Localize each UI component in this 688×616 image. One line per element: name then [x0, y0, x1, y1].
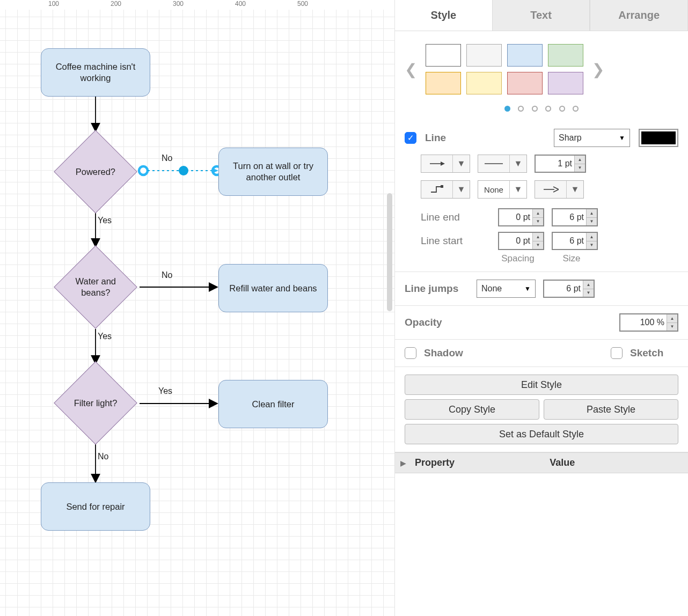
waypoint-value: None	[478, 181, 509, 198]
opacity-label: Opacity	[405, 317, 612, 328]
chevron-down-icon[interactable]: ▼	[452, 181, 470, 198]
connector-routing-style[interactable]: ▼	[421, 180, 470, 199]
line-jumps-label: Line jumps	[405, 283, 469, 295]
step-down[interactable]: ▼	[575, 164, 585, 172]
stroke-width-input[interactable]: 1 pt ▲▼	[535, 155, 586, 173]
ruler-tick: 200	[111, 0, 121, 8]
chevron-down-icon[interactable]: ▼	[566, 181, 583, 198]
node-start[interactable]: Coffee machine isn't working	[41, 48, 150, 97]
edge-label-filter-no[interactable]: No	[98, 452, 108, 461]
ruler-tick: 400	[235, 0, 246, 8]
set-default-style-button[interactable]: Set as Default Style	[405, 424, 678, 444]
svg-point-8	[179, 166, 188, 175]
node-powered[interactable]: Powered?	[54, 130, 137, 214]
node-clean-filter[interactable]: Clean filter	[218, 380, 328, 428]
effects-section: Shadow Sketch	[395, 340, 688, 367]
style-buttons-section: Edit Style Copy Style Paste Style Set as…	[395, 367, 688, 452]
waypoint-style[interactable]: None ▼	[478, 180, 527, 199]
line-start-size-input[interactable]: 6 pt ▲▼	[552, 232, 598, 250]
line-jumps-section: Line jumps None ▼ 6 pt ▲▼	[395, 272, 688, 306]
property-table-header: ▶ Property Value	[395, 452, 688, 473]
node-label: Clean filter	[252, 399, 295, 410]
tab-style[interactable]: Style	[395, 0, 492, 31]
chevron-right-icon[interactable]: ❯	[592, 61, 604, 78]
shadow-label: Shadow	[424, 347, 463, 359]
line-jumps-size-input[interactable]: 6 pt ▲▼	[543, 280, 595, 298]
node-label: Powered?	[76, 166, 115, 178]
line-style-value: Sharp	[559, 133, 582, 143]
line-end-size-input[interactable]: 6 pt ▲▼	[552, 208, 598, 226]
size-axis-label: Size	[548, 253, 595, 264]
horizontal-ruler: 100 200 300 400 500	[0, 0, 394, 10]
node-label: Refill water and beans	[229, 283, 317, 294]
chevron-down-icon[interactable]: ▼	[509, 181, 526, 198]
swatch[interactable]	[507, 72, 543, 94]
sketch-checkbox[interactable]	[611, 347, 623, 359]
swatch[interactable]	[548, 44, 583, 67]
line-label: Line	[425, 132, 446, 144]
connection-end-style[interactable]: ▼	[535, 180, 584, 199]
line-checkbox[interactable]: ✓	[405, 132, 416, 144]
node-send-repair[interactable]: Send for repair	[41, 482, 150, 531]
page-dot[interactable]	[573, 106, 579, 112]
page-dot[interactable]	[532, 106, 538, 112]
node-wall-outlet[interactable]: Turn on at wall or try another outlet	[218, 148, 328, 196]
format-panel: Style Text Arrange ❮ ❯	[394, 0, 688, 616]
swatch[interactable]	[426, 72, 461, 94]
opacity-input[interactable]: 100 % ▲▼	[619, 313, 678, 332]
node-label: Turn on at wall or try another outlet	[224, 160, 322, 182]
page-dot[interactable]	[504, 106, 510, 112]
node-filter-light[interactable]: Filter light?	[54, 361, 137, 445]
diagram-canvas[interactable]: 100 200 300 400 500 Coffee machine isn't	[0, 0, 394, 616]
edge-label-filter-yes[interactable]: Yes	[158, 386, 172, 396]
color-swatch-grid	[426, 44, 583, 94]
edge-label-water-no[interactable]: No	[162, 270, 172, 280]
line-start-spacing-input[interactable]: 0 pt ▲▼	[498, 232, 544, 250]
line-color-picker[interactable]	[639, 129, 678, 147]
node-water-beans[interactable]: Water and beans?	[54, 245, 137, 329]
opacity-section: Opacity 100 % ▲▼	[395, 306, 688, 340]
copy-style-button[interactable]: Copy Style	[405, 399, 539, 420]
ruler-tick: 100	[48, 0, 59, 8]
chevron-down-icon[interactable]: ▼	[452, 155, 470, 172]
value-col-header: Value	[544, 453, 580, 473]
swatch[interactable]	[426, 44, 461, 67]
chevron-down-icon[interactable]: ▼	[509, 155, 526, 172]
line-section: ✓ Line Sharp ▼ ▼ ▼ 1 pt ▲▼	[395, 121, 688, 272]
edge-label-powered-yes[interactable]: Yes	[98, 216, 112, 225]
edit-style-button[interactable]: Edit Style	[405, 375, 678, 395]
tab-arrange[interactable]: Arrange	[590, 0, 688, 31]
property-col-header: Property	[409, 453, 544, 473]
ruler-tick: 500	[297, 0, 308, 8]
page-dot[interactable]	[518, 106, 524, 112]
tab-text[interactable]: Text	[492, 0, 590, 31]
swatch[interactable]	[466, 72, 502, 94]
panel-tabs: Style Text Arrange	[395, 0, 688, 31]
swatch[interactable]	[466, 44, 502, 67]
edge-label-water-yes[interactable]: Yes	[98, 332, 112, 341]
connection-start-style[interactable]: ▼	[421, 155, 470, 173]
chevron-down-icon: ▼	[524, 285, 531, 292]
chevron-left-icon[interactable]: ❮	[405, 61, 417, 78]
vertical-scrollbar[interactable]	[387, 193, 392, 311]
step-up[interactable]: ▲	[575, 156, 585, 164]
line-end-spacing-input[interactable]: 0 pt ▲▼	[498, 208, 544, 226]
svg-rect-12	[441, 185, 443, 188]
swatch[interactable]	[507, 44, 543, 67]
node-label: Coffee machine isn't working	[47, 61, 144, 83]
edge-label-powered-no[interactable]: No	[162, 153, 172, 163]
line-dash-style[interactable]: ▼	[478, 155, 527, 173]
line-jumps-select[interactable]: None ▼	[477, 280, 536, 298]
page-dot[interactable]	[545, 106, 551, 112]
spacing-axis-label: Spacing	[495, 253, 541, 264]
stroke-width-value: 1 pt	[558, 159, 572, 168]
style-presets-section: ❮ ❯	[395, 31, 688, 121]
shadow-checkbox[interactable]	[405, 347, 416, 359]
paste-style-button[interactable]: Paste Style	[544, 399, 678, 420]
node-label: Filter light?	[74, 398, 118, 409]
node-refill[interactable]: Refill water and beans	[218, 264, 328, 312]
swatch[interactable]	[548, 72, 583, 94]
line-style-select[interactable]: Sharp ▼	[554, 129, 630, 147]
page-dot[interactable]	[559, 106, 565, 112]
disclosure-triangle-icon[interactable]: ▶	[395, 453, 409, 473]
